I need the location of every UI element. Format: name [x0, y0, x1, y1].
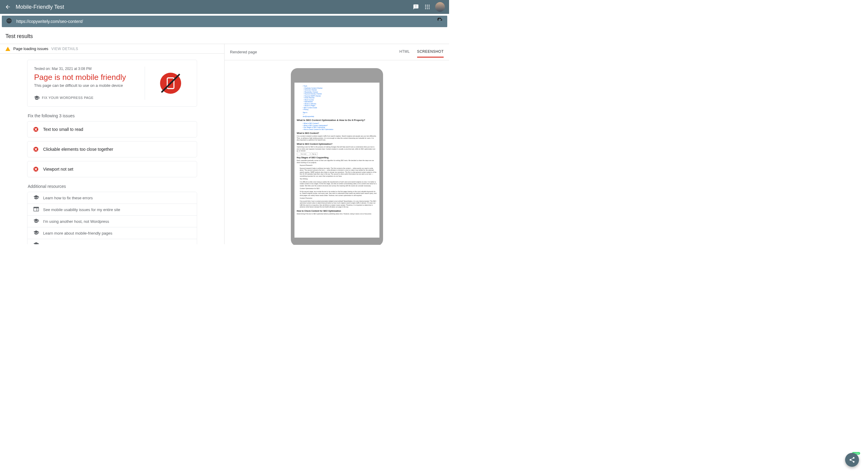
phone-screen: • Tools • Duplicate Content Checker • Gr…: [294, 83, 379, 238]
resource-label: Learn more about mobile-friendly pages: [43, 231, 113, 236]
phone-p: It is a content created to attract organ…: [297, 135, 377, 141]
phone-toc: • What Is SEO Content?• What Is SEO Cont…: [297, 122, 377, 130]
resource-row-learn-fix[interactable]: Learn how to fix these errors: [27, 192, 197, 204]
scholar-icon: [33, 195, 39, 201]
phone-p: At the second stage, we re-write the tex…: [300, 190, 377, 197]
right-pane-header: Rendered page HTML SCREENSHOT: [224, 44, 449, 60]
svg-point-1: [427, 5, 428, 6]
right-pane: Rendered page HTML SCREENSHOT • Tools • …: [224, 44, 449, 244]
phone-sub: Text Writing: [300, 178, 377, 180]
issue-label: Text too small to read: [43, 127, 83, 132]
phone-p: Every specialist gradually comes to thei…: [297, 159, 377, 164]
phone-h1: What Is SEO Content Optimization & How t…: [297, 119, 377, 122]
phone-h2: Key Stages of SEO Copywriting: [297, 156, 377, 159]
feedback-icon[interactable]: [412, 3, 420, 10]
phone-signin: Sign in—dev@copywritely: [297, 112, 377, 118]
svg-point-2: [429, 5, 430, 6]
app-title: Mobile-Friendly Test: [16, 4, 412, 10]
web-icon: [33, 207, 39, 212]
phone-preview-area: • Tools • Duplicate Content Checker • Gr…: [224, 60, 449, 245]
phone-p: Keyword research helps to achieve two ta…: [300, 167, 377, 177]
svg-rect-11: [34, 208, 37, 211]
phone-p: It is difficult to write a text trying t…: [300, 181, 377, 187]
apps-grid-icon[interactable]: [424, 3, 431, 10]
resources-heading: Additional resources: [28, 184, 197, 189]
page-loading-issues-bar: Page loading issues VIEW DETAILS: [0, 44, 224, 54]
warning-icon: [5, 47, 10, 51]
resource-label: I'm using another host, not Wordpress: [43, 219, 109, 224]
page-loading-label: Page loading issues: [13, 47, 48, 51]
svg-point-3: [425, 6, 426, 7]
resource-row-learn-more[interactable]: Learn more about mobile-friendly pages: [27, 227, 197, 239]
scholar-icon: [34, 96, 39, 100]
issue-label: Clickable elements too close together: [43, 147, 113, 152]
error-icon: [33, 127, 38, 132]
issue-label: Viewport not set: [43, 167, 73, 172]
phone-sub: Content Promotion: [300, 197, 377, 199]
scholar-icon: [33, 230, 39, 236]
fix-wordpress-label: FIX YOUR WORDPRESS PAGE: [42, 96, 93, 99]
svg-point-5: [429, 6, 430, 7]
content-area: Page loading issues VIEW DETAILS Tested …: [0, 44, 449, 244]
svg-point-8: [429, 8, 430, 9]
phone-h2: What Is SEO Content Optimization?: [297, 143, 377, 145]
phone-p: Optimizing a text for SEO is the process…: [297, 146, 377, 152]
tab-screenshot[interactable]: SCREENSHOT: [417, 47, 444, 58]
rendered-page-label: Rendered page: [230, 50, 257, 54]
globe-icon: [6, 18, 12, 25]
app-header: Mobile-Friendly Test: [0, 0, 449, 14]
phone-sub: Content Optimization for SEO: [300, 187, 377, 190]
phone-nav: • Tools • Duplicate Content Checker • Gr…: [297, 85, 377, 111]
issue-item-text-small[interactable]: Text too small to read: [27, 121, 197, 138]
scholar-icon: [33, 242, 39, 244]
result-card: Tested on: Mar 31, 2021 at 3:08 PM Page …: [27, 60, 197, 107]
card-divider: [145, 67, 145, 100]
results-summary: Tested on: Mar 31, 2021 at 3:08 PM Page …: [27, 60, 197, 244]
issue-item-clickable-elements[interactable]: Clickable elements too close together: [27, 141, 197, 157]
left-pane: Page loading issues VIEW DETAILS Tested …: [0, 44, 224, 244]
phone-h2: What Is SEO Content?: [297, 132, 377, 135]
result-subline: This page can be difficult to use on a m…: [34, 83, 138, 88]
svg-point-0: [425, 5, 426, 6]
error-icon: [33, 147, 38, 152]
svg-point-7: [427, 8, 428, 9]
url-input[interactable]: [16, 19, 434, 24]
back-button[interactable]: [4, 3, 11, 10]
error-icon: [33, 167, 38, 172]
resource-row-other-host[interactable]: I'm using another host, not Wordpress: [27, 215, 197, 227]
resource-row-usability-issues[interactable]: See mobile usability issues for my entir…: [27, 204, 197, 215]
tab-html[interactable]: HTML: [399, 47, 410, 58]
url-bar: [2, 16, 447, 27]
issue-item-viewport[interactable]: Viewport not set: [27, 161, 197, 177]
phone-p: Determining if the text is SEO-optimized…: [297, 213, 377, 215]
refresh-button[interactable]: [437, 18, 443, 25]
not-mobile-friendly-icon: [160, 73, 181, 94]
section-title: Test results: [0, 29, 449, 44]
resource-label: Learn how to fix these errors: [43, 196, 93, 200]
fix-wordpress-link[interactable]: FIX YOUR WORDPRESS PAGE: [34, 96, 138, 100]
svg-rect-12: [37, 208, 38, 211]
scholar-icon: [33, 218, 39, 224]
resource-row-more[interactable]: [27, 239, 197, 244]
tested-on-label: Tested on: Mar 31, 2021 at 3:08 PM: [34, 67, 138, 71]
resource-label: See mobile usability issues for my entir…: [43, 207, 120, 212]
phone-sub: Keyword Research: [300, 164, 377, 167]
result-heading: Page is not mobile friendly: [34, 73, 138, 82]
render-tabs: HTML SCREENSHOT: [399, 47, 444, 58]
view-details-button[interactable]: VIEW DETAILS: [51, 47, 78, 51]
header-actions: [412, 2, 445, 12]
phone-h2: How to Check Content for SEO Optimizatio…: [297, 210, 377, 212]
phone-frame: • Tools • Duplicate Content Checker • Gr…: [291, 68, 383, 245]
user-avatar[interactable]: [435, 2, 445, 12]
svg-point-6: [425, 8, 426, 9]
phone-p: One would think, how is content promotio…: [300, 200, 377, 208]
svg-point-4: [427, 6, 428, 7]
issues-heading: Fix the following 3 issues: [28, 113, 197, 118]
